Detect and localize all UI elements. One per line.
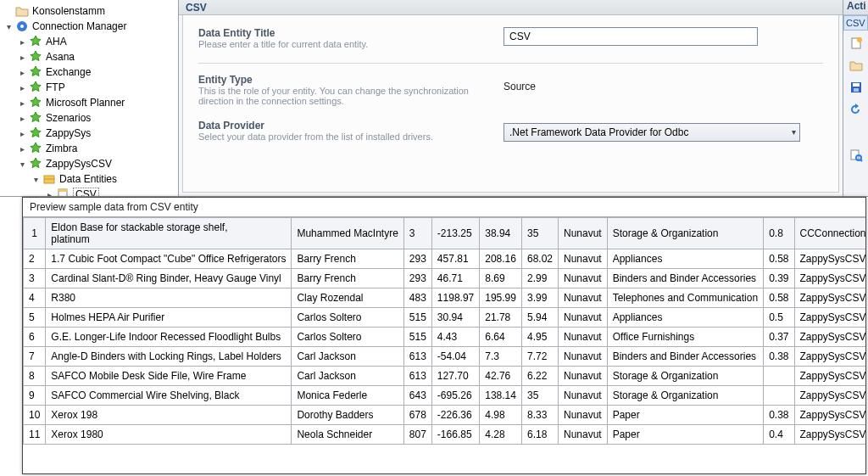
table-cell: 0.38 bbox=[764, 347, 794, 367]
table-cell: 208.16 bbox=[480, 249, 522, 269]
table-row[interactable]: 21.7 Cubic Foot Compact "Cube" Office Re… bbox=[24, 249, 866, 269]
tree-connection-zappysyscsv[interactable]: ▾ZappySysCSV bbox=[0, 156, 178, 171]
table-row[interactable]: 3Cardinal Slant-D® Ring Binder, Heavy Ga… bbox=[24, 269, 866, 288]
table-row[interactable]: 11Xerox 1980Neola Schneider807-166.854.2… bbox=[24, 425, 866, 445]
table-header[interactable]: 35 bbox=[521, 218, 558, 249]
tree-connection-microsoft-planner[interactable]: ▸Microsoft Planner bbox=[0, 95, 178, 110]
table-cell: Carlos Soltero bbox=[292, 328, 403, 347]
tree-connection-aha[interactable]: ▸AHA bbox=[0, 34, 178, 49]
table-cell: G.E. Longer-Life Indoor Recessed Floodli… bbox=[46, 328, 292, 347]
table-cell: 483 bbox=[403, 288, 431, 308]
expand-icon[interactable]: ▸ bbox=[17, 67, 27, 77]
table-cell: 0.58 bbox=[764, 249, 794, 269]
collapse-icon[interactable]: ▾ bbox=[31, 174, 41, 184]
expand-icon[interactable]: ▸ bbox=[17, 143, 27, 154]
table-cell: 8.33 bbox=[521, 406, 558, 425]
table-header[interactable]: Storage & Organization bbox=[607, 218, 763, 249]
undo-button[interactable] bbox=[843, 100, 868, 119]
table-cell: -226.36 bbox=[431, 406, 479, 425]
table-cell: Clay Rozendal bbox=[292, 288, 403, 308]
tree-entity-csv[interactable]: ▸CSV bbox=[0, 187, 178, 196]
table-row[interactable]: 5Holmes HEPA Air PurifierCarlos Soltero5… bbox=[24, 308, 866, 328]
table-row[interactable]: 8SAFCO Mobile Desk Side File, Wire Frame… bbox=[24, 367, 866, 386]
title-input[interactable] bbox=[504, 27, 758, 46]
table-header[interactable]: Nunavut bbox=[558, 218, 607, 249]
expand-icon[interactable]: ▸ bbox=[17, 52, 27, 62]
table-cell: Appliances bbox=[607, 249, 763, 269]
table-cell: 515 bbox=[403, 328, 431, 347]
collapse-icon[interactable]: ▾ bbox=[17, 159, 27, 169]
table-row[interactable]: 6G.E. Longer-Life Indoor Recessed Floodl… bbox=[24, 328, 866, 347]
table-cell: Neola Schneider bbox=[292, 425, 403, 445]
table-header[interactable]: 3 bbox=[403, 218, 431, 249]
search-entity-button[interactable] bbox=[843, 146, 868, 165]
tree-item-label: Zimbra bbox=[46, 143, 77, 154]
table-row[interactable]: 7Angle-D Binders with Locking Rings, Lab… bbox=[24, 347, 866, 367]
table-row[interactable]: 4R380Clay Rozendal4831198.97195.993.99Nu… bbox=[24, 288, 866, 308]
tree-root[interactable]: Konsolenstamm bbox=[0, 3, 178, 19]
star-icon bbox=[29, 65, 42, 79]
preview-title: Preview sample data from CSV entity bbox=[23, 198, 865, 216]
table-cell: ZappySysCSV bbox=[794, 249, 865, 269]
tree-connection-zimbra[interactable]: ▸Zimbra bbox=[0, 141, 178, 156]
new-doc-button[interactable] bbox=[843, 34, 868, 53]
star-icon bbox=[29, 111, 42, 125]
tree-connection-exchange[interactable]: ▸Exchange bbox=[0, 64, 178, 80]
panel-title: CSV bbox=[179, 0, 843, 15]
table-header[interactable]: 1 bbox=[24, 218, 46, 249]
table-cell: 42.76 bbox=[480, 367, 522, 386]
table-header[interactable]: -213.25 bbox=[431, 218, 479, 249]
table-cell: 6 bbox=[24, 328, 46, 347]
table-cell: Monica Federle bbox=[292, 386, 403, 406]
table-cell: 7.3 bbox=[480, 347, 522, 367]
table-cell: 8.69 bbox=[480, 269, 522, 288]
collapse-icon[interactable]: ▾ bbox=[3, 21, 14, 31]
tree-data-entities[interactable]: ▾Data Entities bbox=[0, 171, 178, 187]
table-header[interactable]: Muhammed MacIntyre bbox=[292, 218, 403, 249]
save-button[interactable] bbox=[843, 78, 868, 97]
table-header[interactable]: 0.8 bbox=[764, 218, 794, 249]
table-header[interactable]: 38.94 bbox=[480, 218, 522, 249]
table-cell: Xerox 1980 bbox=[46, 425, 292, 445]
table-cell: 8 bbox=[24, 367, 46, 386]
entity-form: Data Entity Title Please enter a title f… bbox=[182, 15, 839, 193]
tree-connection-manager[interactable]: ▾ Connection Manager bbox=[0, 19, 178, 34]
svg-rect-9 bbox=[853, 83, 860, 87]
navigation-tree[interactable]: Konsolenstamm ▾ Connection Manager ▸AHA▸… bbox=[0, 0, 178, 196]
table-cell: 293 bbox=[403, 249, 431, 269]
svg-rect-5 bbox=[58, 189, 67, 192]
expand-icon[interactable]: ▸ bbox=[17, 82, 27, 92]
table-cell: R380 bbox=[46, 288, 292, 308]
tree-connection-zappysys[interactable]: ▸ZappySys bbox=[0, 126, 178, 141]
preview-table[interactable]: 1Eldon Base for stackable storage shelf,… bbox=[23, 216, 865, 473]
table-cell: 9 bbox=[24, 386, 46, 406]
actions-selected[interactable]: CSV bbox=[843, 15, 868, 31]
table-cell: 68.02 bbox=[521, 249, 558, 269]
table-cell: 0.37 bbox=[764, 328, 794, 347]
provider-combobox[interactable]: .Net Framework Data Provider for Odbc ▾ bbox=[504, 123, 800, 142]
open-folder-button[interactable] bbox=[843, 56, 868, 75]
expand-icon[interactable]: ▸ bbox=[44, 189, 54, 196]
table-cell: 1198.97 bbox=[431, 288, 479, 308]
tree-connection-ftp[interactable]: ▸FTP bbox=[0, 80, 178, 95]
expand-icon[interactable]: ▸ bbox=[17, 128, 27, 138]
table-cell: Carl Jackson bbox=[292, 367, 403, 386]
table-cell: Nunavut bbox=[558, 249, 607, 269]
table-header[interactable]: Eldon Base for stackable storage shelf,p… bbox=[46, 218, 292, 249]
table-cell: Telephones and Communication bbox=[607, 288, 763, 308]
table-cell: 21.78 bbox=[480, 308, 522, 328]
table-row[interactable]: 10Xerox 198Dorothy Badders678-226.364.98… bbox=[24, 406, 866, 425]
table-header[interactable]: CCConnectionNam bbox=[794, 218, 865, 249]
expand-icon[interactable]: ▸ bbox=[17, 36, 27, 47]
expand-icon[interactable]: ▸ bbox=[17, 113, 27, 123]
table-cell: 4.95 bbox=[521, 328, 558, 347]
expand-icon[interactable]: ▸ bbox=[17, 98, 27, 108]
star-icon bbox=[29, 157, 42, 171]
table-cell: 3 bbox=[24, 269, 46, 288]
table-cell: 127.70 bbox=[431, 367, 479, 386]
tree-connection-szenarios[interactable]: ▸Szenarios bbox=[0, 110, 178, 126]
tree-item-label: Data Entities bbox=[59, 173, 117, 185]
tree-connection-asana[interactable]: ▸Asana bbox=[0, 49, 178, 64]
actions-strip: Acti CSV bbox=[843, 0, 868, 196]
table-row[interactable]: 9SAFCO Commercial Wire Shelving, BlackMo… bbox=[24, 386, 866, 406]
